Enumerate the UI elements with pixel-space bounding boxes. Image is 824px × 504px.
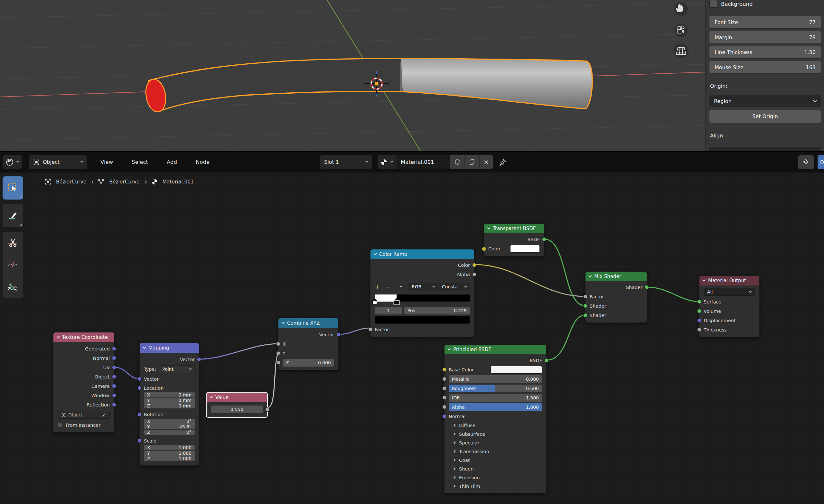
section-coat[interactable]: Coat [444, 456, 546, 465]
menu-node[interactable]: Node [193, 159, 212, 165]
collapse-icon[interactable] [282, 320, 285, 324]
socket[interactable] [472, 263, 476, 267]
3d-viewport[interactable] [0, 0, 705, 151]
socket[interactable] [583, 304, 588, 308]
socket[interactable] [137, 412, 142, 416]
background-checkbox[interactable] [709, 0, 717, 8]
section-diffuse[interactable]: Diffuse [444, 421, 546, 430]
rotation-x[interactable]: X0° [144, 419, 195, 424]
ramp-stop-0[interactable] [372, 298, 377, 304]
socket[interactable] [583, 295, 588, 299]
rotation-y[interactable]: Y45.8° [144, 424, 195, 429]
section-specular[interactable]: Specular [444, 438, 546, 447]
alpha-slider[interactable]: Alpha1.000 [449, 403, 542, 411]
collapse-icon[interactable] [487, 226, 491, 229]
section-thin-film[interactable]: Thin Film [444, 482, 546, 491]
socket[interactable] [276, 361, 280, 365]
collapse-icon[interactable] [448, 347, 451, 350]
material-name-field[interactable]: Material.001 [396, 155, 450, 169]
location-z[interactable]: Z0 mm [144, 403, 195, 408]
fake-user-shield-button[interactable] [450, 155, 465, 169]
menu-view[interactable]: View [98, 159, 116, 165]
type-dropdown[interactable]: Point [159, 365, 195, 373]
roughness-slider[interactable]: Roughness0.500 [449, 385, 542, 392]
metallic-slider[interactable]: Metallic0.000 [449, 375, 542, 383]
mouse-size-field[interactable]: Mouse Size163 [709, 61, 821, 73]
socket[interactable] [112, 375, 116, 379]
slot-dropdown[interactable]: Slot 1 [320, 155, 372, 169]
collapse-icon[interactable] [143, 345, 146, 348]
socket[interactable] [336, 332, 340, 337]
new-material-copy-button[interactable] [465, 155, 479, 169]
location-x[interactable]: X0 mm [144, 392, 195, 397]
socket[interactable] [137, 439, 142, 443]
socket[interactable] [112, 403, 116, 407]
target-dropdown[interactable]: All [704, 288, 755, 296]
section-sheen[interactable]: Sheen [444, 465, 546, 473]
origin-select[interactable]: Region [709, 95, 821, 107]
z-field[interactable]: Z0.000 [283, 359, 334, 367]
line-thickness-field[interactable]: Line Thickness1.50 [709, 46, 821, 58]
section-subsurface[interactable]: Subsurface [444, 430, 546, 438]
pan-hand-icon[interactable] [674, 2, 688, 16]
socket[interactable] [276, 342, 280, 346]
socket[interactable] [697, 328, 701, 332]
ior-slider[interactable]: IOR1.500 [449, 394, 542, 402]
collapse-icon[interactable] [57, 335, 60, 338]
margin-field[interactable]: Margin78 [709, 31, 821, 43]
align-partial-widget[interactable] [709, 147, 821, 151]
set-origin-button[interactable]: Set Origin [709, 110, 821, 123]
scale-y[interactable]: Y1.000 [144, 450, 195, 456]
section-emission[interactable]: Emission [444, 473, 546, 482]
grid-ortho-icon[interactable] [674, 43, 689, 58]
ramp-options-dropdown[interactable] [399, 284, 403, 287]
socket[interactable] [542, 237, 546, 241]
socket[interactable] [482, 247, 486, 251]
node-material-output[interactable]: Material Output All Surface Volume Displ… [699, 276, 760, 337]
collapse-icon[interactable] [703, 278, 706, 281]
socket[interactable] [544, 358, 548, 363]
from-instancer-checkbox[interactable] [58, 423, 63, 428]
value-field[interactable]: 0.550 [211, 406, 263, 413]
socket[interactable] [112, 356, 116, 360]
color-ramp-gradient[interactable] [375, 295, 470, 302]
scale-z[interactable]: Z1.000 [144, 456, 195, 461]
stop-color-swatch[interactable] [375, 316, 470, 324]
socket[interactable] [442, 386, 446, 390]
base-color-swatch[interactable] [491, 366, 542, 374]
stop-position-field[interactable]: Pos0.229 [404, 307, 470, 314]
socket[interactable] [276, 351, 280, 355]
add-stop-button[interactable]: + [375, 283, 386, 290]
location-y[interactable]: Y0 mm [144, 398, 195, 403]
node-editor-canvas[interactable]: BézierCurve BézierCurve Material.001 [0, 173, 824, 504]
socket[interactable] [442, 377, 446, 381]
node-mix-shader[interactable]: Mix Shader Shader Factor Shader Shader [585, 271, 647, 323]
socket[interactable] [137, 386, 142, 390]
unlink-button[interactable]: × [479, 155, 493, 169]
socket[interactable] [697, 318, 701, 322]
eyedropper-icon[interactable] [102, 413, 106, 417]
collapse-icon[interactable] [589, 274, 592, 277]
editor-type-button[interactable] [3, 155, 22, 169]
socket[interactable] [112, 346, 116, 351]
stop-index-field[interactable]: 1 [375, 307, 402, 314]
overlays-toggle-partial[interactable] [818, 155, 824, 169]
object-mode-dropdown[interactable]: Object [29, 155, 87, 169]
collapse-icon[interactable] [374, 252, 377, 255]
node-texture-coordinate[interactable]: Texture Coordinate Generated Normal UV O… [53, 332, 114, 432]
pin-icon[interactable] [499, 158, 507, 167]
remove-stop-button[interactable]: − [386, 283, 397, 290]
snapping-magnet-button[interactable] [798, 155, 814, 169]
color-mode-dropdown[interactable]: RGB [408, 283, 438, 291]
scale-x[interactable]: X1.000 [144, 445, 195, 450]
font-size-field[interactable]: Font Size77 [709, 16, 821, 28]
node-combine-xyz[interactable]: Combine XYZ Vector X Y Z0.000 [278, 318, 339, 370]
socket[interactable] [137, 377, 142, 381]
collapse-icon[interactable] [210, 395, 213, 398]
color-swatch[interactable] [510, 245, 540, 253]
node-principled-bsdf[interactable]: Principled BSDF BSDF Base Color Metallic… [444, 344, 546, 493]
socket[interactable] [265, 407, 270, 412]
socket[interactable] [442, 414, 446, 418]
menu-select[interactable]: Select [129, 159, 150, 165]
socket[interactable] [197, 357, 201, 362]
